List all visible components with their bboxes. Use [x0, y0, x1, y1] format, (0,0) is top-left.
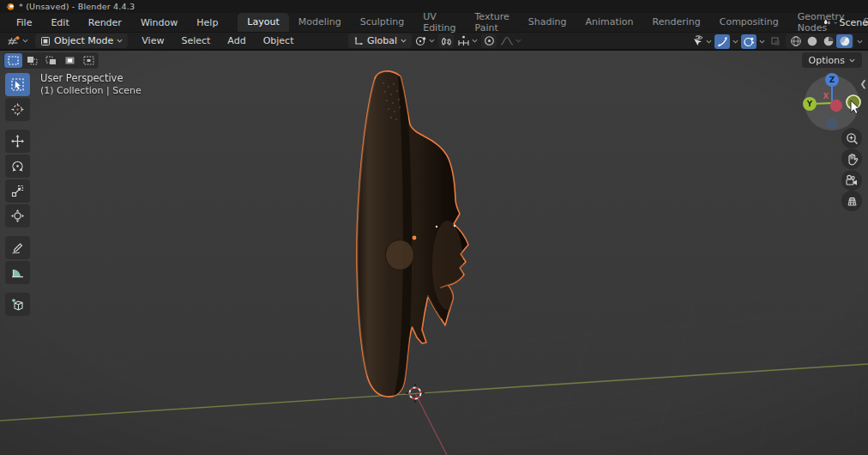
falloff-curve-icon: [500, 35, 514, 46]
select-mode-subtract[interactable]: [42, 53, 60, 68]
proportional-editing-toggle[interactable]: [481, 33, 497, 48]
blender-window: * (Unsaved) - Blender 4.4.3 File Edit Re…: [0, 0, 868, 455]
tool-scale[interactable]: [5, 179, 30, 203]
scene-selector[interactable]: Scene: [818, 13, 868, 32]
tab-uv-editing[interactable]: UV Editing: [413, 13, 465, 32]
add-cube-icon: [11, 298, 25, 312]
shading-material-icon: [823, 35, 835, 47]
chevron-down-icon: [834, 20, 838, 26]
move-icon: [11, 135, 24, 148]
specular-highlight: [436, 226, 437, 228]
chevron-down-icon[interactable]: [759, 39, 765, 45]
options-label: Options: [809, 55, 845, 66]
shading-material-button[interactable]: [820, 34, 836, 48]
tool-measure[interactable]: [5, 261, 30, 284]
tab-modeling[interactable]: Modeling: [289, 13, 351, 32]
pivot-point-dropdown[interactable]: [415, 35, 435, 47]
editor-type-button[interactable]: [7, 35, 28, 47]
options-button[interactable]: Options: [802, 52, 862, 68]
tool-move[interactable]: [5, 130, 30, 153]
magnet-icon: [441, 35, 452, 46]
snap-target-dropdown[interactable]: [457, 35, 478, 46]
object-origin-dot: [413, 236, 417, 240]
menu-view[interactable]: View: [133, 33, 172, 48]
shading-wireframe-button[interactable]: [787, 34, 804, 48]
axis-y-line: [0, 364, 868, 421]
top-menubar: File Edit Render Window Help Layout Mode…: [0, 13, 868, 33]
tool-transform[interactable]: [5, 204, 30, 228]
tab-texture-paint[interactable]: Texture Paint: [466, 13, 519, 32]
toggle-xray-button[interactable]: [768, 34, 783, 49]
sidebar-toggle-chevron[interactable]: ❮: [860, 79, 867, 88]
select-mode-intersect[interactable]: [80, 53, 98, 68]
chevron-down-icon[interactable]: [857, 39, 863, 45]
camera-view-button[interactable]: [841, 170, 862, 191]
menu-help[interactable]: Help: [187, 15, 227, 31]
selectability-dropdown[interactable]: [692, 35, 712, 47]
viewport-shading-group: [786, 33, 854, 49]
show-gizmo-toggle[interactable]: [714, 34, 730, 49]
toolbar: [5, 73, 30, 316]
menu-edit[interactable]: Edit: [41, 15, 78, 31]
view-name-label: User Perspective: [40, 72, 142, 85]
select-mode-invert[interactable]: [61, 53, 79, 68]
xray-icon: [770, 36, 781, 47]
select-mode-set[interactable]: [4, 53, 22, 68]
collection-scene-label: (1) Collection | Scene: [40, 85, 142, 98]
orthographic-toggle-button[interactable]: [841, 191, 862, 211]
tab-animation[interactable]: Animation: [576, 13, 642, 32]
shading-wireframe-icon: [790, 35, 802, 47]
chevron-down-icon: [401, 38, 407, 44]
tool-cursor[interactable]: [5, 98, 30, 121]
shading-solid-button[interactable]: [804, 34, 820, 48]
scene-name: Scene: [839, 17, 868, 28]
tool-add-cube[interactable]: [5, 293, 30, 316]
selectability-visibility-icon: [692, 35, 705, 47]
pan-button[interactable]: [841, 149, 862, 169]
rotate-icon: [11, 160, 24, 173]
menu-object[interactable]: Object: [255, 33, 303, 48]
menu-add[interactable]: Add: [219, 33, 254, 48]
menu-window[interactable]: Window: [131, 15, 187, 31]
gizmo-z-label: Z: [829, 76, 835, 84]
tab-rendering[interactable]: Rendering: [643, 13, 710, 32]
shading-solid-icon: [806, 35, 818, 47]
navigation-gizmo[interactable]: Z Y X: [800, 70, 864, 134]
gizmo-axis-x-ball[interactable]: [830, 100, 842, 112]
menu-file[interactable]: File: [7, 15, 41, 31]
viewport-3d[interactable]: User Perspective (1) Collection | Scene: [0, 51, 868, 455]
shading-rendered-icon: [839, 35, 851, 47]
gizmo-x-label: X: [823, 92, 829, 100]
tool-select-box[interactable]: [5, 73, 30, 96]
transform-orientation-label: Global: [367, 35, 397, 46]
falloff-curve-dropdown[interactable]: [500, 35, 521, 46]
scene-icon: [823, 17, 832, 27]
menu-render[interactable]: Render: [79, 15, 131, 31]
pivot-icon: [415, 35, 427, 47]
show-overlays-toggle[interactable]: [741, 34, 756, 49]
mode-selector-dropdown[interactable]: Object Mode: [35, 33, 128, 48]
tab-sculpting[interactable]: Sculpting: [351, 13, 413, 32]
tab-shading[interactable]: Shading: [519, 13, 576, 32]
tool-rotate[interactable]: [5, 155, 30, 178]
chevron-down-icon[interactable]: [732, 39, 738, 45]
zoom-button[interactable]: [841, 128, 862, 149]
selected-object-mesh[interactable]: [357, 71, 468, 397]
gizmo-y-label: Y: [806, 100, 813, 108]
select-box-icon: [11, 78, 24, 91]
scene-canvas: [0, 51, 868, 455]
annotate-pen-icon: [11, 241, 24, 254]
menu-select[interactable]: Select: [172, 33, 219, 48]
transform-orientation-dropdown[interactable]: Global: [348, 33, 412, 48]
shading-rendered-button[interactable]: [836, 34, 853, 48]
snap-magnet-toggle[interactable]: [438, 33, 454, 48]
window-title: * (Unsaved) - Blender 4.4.3: [19, 2, 135, 11]
header-right-controls: [692, 33, 863, 49]
tab-compositing[interactable]: Compositing: [710, 13, 788, 32]
tool-annotate[interactable]: [5, 236, 30, 259]
chevron-down-icon: [22, 38, 28, 44]
select-mode-extend[interactable]: [23, 53, 41, 68]
tab-layout[interactable]: Layout: [238, 13, 288, 32]
gizmo-axis-neg-z-ball[interactable]: [826, 118, 838, 130]
editor-type-icon: [7, 35, 21, 47]
